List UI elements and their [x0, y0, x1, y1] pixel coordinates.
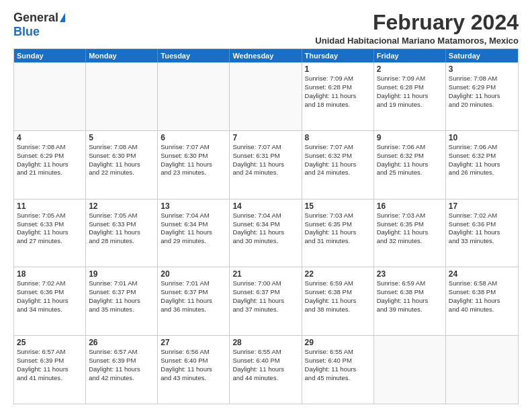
day-cell-28: 28Sunrise: 6:55 AM Sunset: 6:40 PM Dayli…	[230, 336, 302, 404]
day-info: Sunrise: 7:01 AM Sunset: 6:37 PM Dayligh…	[89, 279, 154, 314]
week-row-2: 4Sunrise: 7:08 AM Sunset: 6:29 PM Daylig…	[14, 131, 518, 199]
day-cell-empty-4-6	[446, 336, 518, 404]
day-cell-26: 26Sunrise: 6:57 AM Sunset: 6:39 PM Dayli…	[86, 336, 158, 404]
day-number: 1	[305, 64, 371, 74]
day-number: 16	[377, 201, 443, 211]
day-number: 29	[305, 338, 371, 347]
day-info: Sunrise: 7:04 AM Sunset: 6:34 PM Dayligh…	[232, 212, 298, 246]
day-cell-empty-0-2	[158, 62, 230, 130]
day-cell-23: 23Sunrise: 6:59 AM Sunset: 6:38 PM Dayli…	[374, 267, 446, 335]
day-number: 6	[161, 133, 226, 142]
day-info: Sunrise: 7:07 AM Sunset: 6:30 PM Dayligh…	[161, 143, 226, 177]
header: General Blue February 2024 Unidad Habita…	[13, 11, 519, 46]
page: General Blue February 2024 Unidad Habita…	[0, 0, 532, 411]
day-info: Sunrise: 7:09 AM Sunset: 6:28 PM Dayligh…	[305, 75, 371, 109]
logo-general: General	[13, 11, 58, 25]
header-day-friday: Friday	[374, 49, 446, 62]
day-cell-12: 12Sunrise: 7:05 AM Sunset: 6:33 PM Dayli…	[86, 199, 158, 267]
day-number: 18	[17, 269, 83, 279]
day-number: 5	[89, 133, 154, 142]
day-cell-3: 3Sunrise: 7:08 AM Sunset: 6:29 PM Daylig…	[446, 62, 518, 130]
day-cell-1: 1Sunrise: 7:09 AM Sunset: 6:28 PM Daylig…	[302, 62, 374, 130]
subtitle: Unidad Habitacional Mariano Matamoros, M…	[79, 36, 519, 46]
day-number: 10	[449, 133, 515, 142]
day-cell-4: 4Sunrise: 7:08 AM Sunset: 6:29 PM Daylig…	[14, 131, 86, 199]
logo-blue: Blue	[13, 25, 40, 39]
day-info: Sunrise: 7:02 AM Sunset: 6:36 PM Dayligh…	[449, 212, 515, 246]
day-cell-9: 9Sunrise: 7:06 AM Sunset: 6:32 PM Daylig…	[374, 131, 446, 199]
day-info: Sunrise: 6:57 AM Sunset: 6:39 PM Dayligh…	[17, 348, 83, 382]
day-cell-5: 5Sunrise: 7:08 AM Sunset: 6:30 PM Daylig…	[86, 131, 158, 199]
day-cell-10: 10Sunrise: 7:06 AM Sunset: 6:32 PM Dayli…	[446, 131, 518, 199]
day-info: Sunrise: 7:05 AM Sunset: 6:33 PM Dayligh…	[17, 212, 83, 246]
day-number: 13	[161, 201, 226, 211]
day-info: Sunrise: 6:59 AM Sunset: 6:38 PM Dayligh…	[377, 279, 443, 314]
day-cell-16: 16Sunrise: 7:03 AM Sunset: 6:35 PM Dayli…	[374, 199, 446, 267]
day-cell-empty-4-5	[374, 336, 446, 404]
day-number: 8	[305, 133, 371, 142]
day-number: 3	[449, 64, 515, 74]
day-number: 20	[161, 269, 226, 279]
day-cell-27: 27Sunrise: 6:56 AM Sunset: 6:40 PM Dayli…	[158, 336, 230, 404]
day-number: 14	[232, 201, 298, 211]
day-number: 9	[377, 133, 443, 142]
day-cell-2: 2Sunrise: 7:09 AM Sunset: 6:28 PM Daylig…	[374, 62, 446, 130]
day-info: Sunrise: 6:56 AM Sunset: 6:40 PM Dayligh…	[161, 348, 226, 382]
day-info: Sunrise: 7:06 AM Sunset: 6:32 PM Dayligh…	[449, 143, 515, 177]
day-info: Sunrise: 6:55 AM Sunset: 6:40 PM Dayligh…	[305, 348, 371, 382]
day-info: Sunrise: 7:00 AM Sunset: 6:37 PM Dayligh…	[232, 279, 298, 314]
day-number: 21	[232, 269, 298, 279]
day-info: Sunrise: 7:02 AM Sunset: 6:36 PM Dayligh…	[17, 279, 83, 314]
day-cell-empty-0-3	[230, 62, 302, 130]
day-cell-14: 14Sunrise: 7:04 AM Sunset: 6:34 PM Dayli…	[230, 199, 302, 267]
day-cell-8: 8Sunrise: 7:07 AM Sunset: 6:32 PM Daylig…	[302, 131, 374, 199]
day-cell-17: 17Sunrise: 7:02 AM Sunset: 6:36 PM Dayli…	[446, 199, 518, 267]
day-info: Sunrise: 7:07 AM Sunset: 6:31 PM Dayligh…	[232, 143, 298, 177]
day-info: Sunrise: 7:08 AM Sunset: 6:30 PM Dayligh…	[89, 143, 154, 177]
day-cell-18: 18Sunrise: 7:02 AM Sunset: 6:36 PM Dayli…	[14, 267, 86, 335]
week-row-5: 25Sunrise: 6:57 AM Sunset: 6:39 PM Dayli…	[14, 336, 518, 404]
week-row-3: 11Sunrise: 7:05 AM Sunset: 6:33 PM Dayli…	[14, 199, 518, 268]
day-number: 2	[377, 64, 443, 74]
day-info: Sunrise: 6:58 AM Sunset: 6:38 PM Dayligh…	[449, 279, 515, 314]
day-number: 23	[377, 269, 443, 279]
main-title: February 2024	[79, 11, 519, 34]
header-day-sunday: Sunday	[14, 49, 86, 62]
day-cell-19: 19Sunrise: 7:01 AM Sunset: 6:37 PM Dayli…	[86, 267, 158, 335]
day-info: Sunrise: 7:08 AM Sunset: 6:29 PM Dayligh…	[17, 143, 83, 177]
day-cell-24: 24Sunrise: 6:58 AM Sunset: 6:38 PM Dayli…	[446, 267, 518, 335]
header-day-saturday: Saturday	[446, 49, 518, 62]
day-cell-7: 7Sunrise: 7:07 AM Sunset: 6:31 PM Daylig…	[230, 131, 302, 199]
day-info: Sunrise: 7:03 AM Sunset: 6:35 PM Dayligh…	[377, 212, 443, 246]
day-number: 24	[449, 269, 515, 279]
logo-triangle-icon	[60, 13, 65, 22]
day-info: Sunrise: 7:08 AM Sunset: 6:29 PM Dayligh…	[449, 75, 515, 109]
day-info: Sunrise: 7:05 AM Sunset: 6:33 PM Dayligh…	[89, 212, 154, 246]
day-cell-6: 6Sunrise: 7:07 AM Sunset: 6:30 PM Daylig…	[158, 131, 230, 199]
day-info: Sunrise: 7:03 AM Sunset: 6:35 PM Dayligh…	[305, 212, 371, 246]
day-number: 4	[17, 133, 83, 142]
day-cell-20: 20Sunrise: 7:01 AM Sunset: 6:37 PM Dayli…	[158, 267, 230, 335]
day-info: Sunrise: 6:59 AM Sunset: 6:38 PM Dayligh…	[305, 279, 371, 314]
day-number: 22	[305, 269, 371, 279]
calendar-header: SundayMondayTuesdayWednesdayThursdayFrid…	[14, 49, 518, 62]
day-cell-22: 22Sunrise: 6:59 AM Sunset: 6:38 PM Dayli…	[302, 267, 374, 335]
day-number: 28	[232, 338, 298, 347]
day-cell-29: 29Sunrise: 6:55 AM Sunset: 6:40 PM Dayli…	[302, 336, 374, 404]
day-number: 26	[89, 338, 154, 347]
day-info: Sunrise: 7:01 AM Sunset: 6:37 PM Dayligh…	[161, 279, 226, 314]
day-number: 11	[17, 201, 83, 211]
day-number: 7	[232, 133, 298, 142]
day-number: 27	[161, 338, 226, 347]
day-info: Sunrise: 6:57 AM Sunset: 6:39 PM Dayligh…	[89, 348, 154, 382]
day-info: Sunrise: 7:06 AM Sunset: 6:32 PM Dayligh…	[377, 143, 443, 177]
header-day-monday: Monday	[86, 49, 158, 62]
day-info: Sunrise: 7:09 AM Sunset: 6:28 PM Dayligh…	[377, 75, 443, 109]
day-info: Sunrise: 6:55 AM Sunset: 6:40 PM Dayligh…	[232, 348, 298, 382]
day-number: 12	[89, 201, 154, 211]
day-cell-11: 11Sunrise: 7:05 AM Sunset: 6:33 PM Dayli…	[14, 199, 86, 267]
title-block: February 2024 Unidad Habitacional Marian…	[65, 11, 519, 46]
day-cell-empty-0-1	[86, 62, 158, 130]
day-cell-25: 25Sunrise: 6:57 AM Sunset: 6:39 PM Dayli…	[14, 336, 86, 404]
week-row-4: 18Sunrise: 7:02 AM Sunset: 6:36 PM Dayli…	[14, 267, 518, 336]
